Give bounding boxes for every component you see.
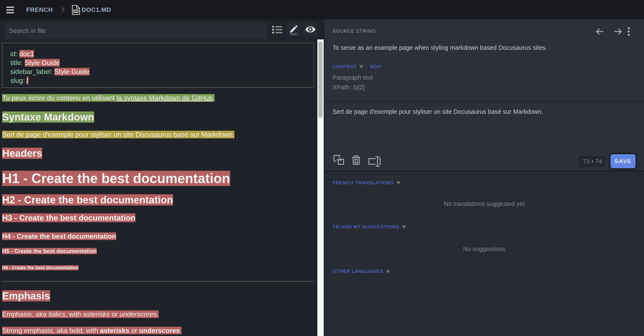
svg-text:M: M	[74, 10, 76, 13]
